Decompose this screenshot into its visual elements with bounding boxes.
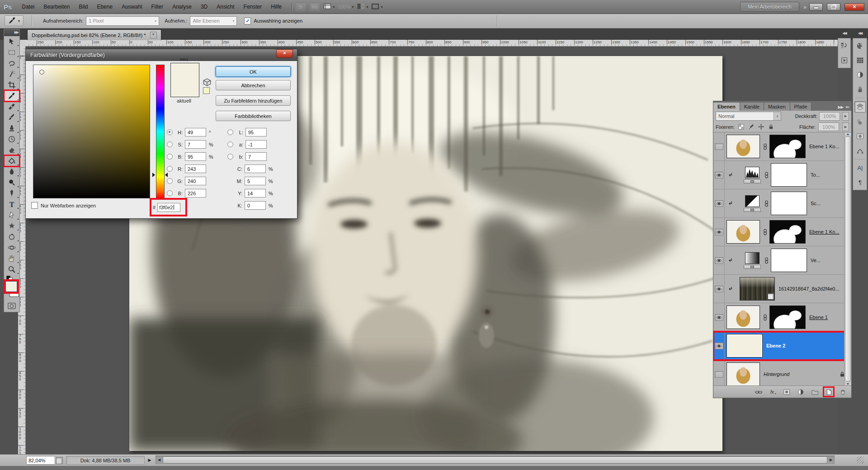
status-zoom-field[interactable]: 82,04% (26, 456, 55, 465)
tool-zoom[interactable] (4, 264, 19, 275)
dock-collapse-icon[interactable]: ◀◀ (853, 28, 867, 38)
field-input-y[interactable]: 14 (245, 189, 266, 197)
tool-path-select[interactable] (4, 210, 19, 221)
menu-filter[interactable]: Filter (147, 1, 168, 12)
masks-panel-button[interactable] (855, 131, 865, 141)
field-input-r[interactable]: 243 (185, 164, 206, 173)
saturation-brightness-field[interactable] (33, 65, 150, 198)
layer-style-button[interactable]: fx (768, 387, 778, 396)
field-input-h[interactable]: 49 (185, 128, 206, 136)
tool-pen[interactable] (4, 188, 19, 199)
tool-magic-wand[interactable] (4, 69, 19, 80)
radio-l[interactable] (227, 129, 233, 135)
restore-button[interactable] (827, 3, 840, 11)
swatches-panel-button[interactable] (855, 55, 865, 66)
link-layers-button[interactable] (754, 387, 764, 396)
tool-eyedropper[interactable] (4, 90, 19, 101)
tooldock-collapse[interactable]: ▶▶ (4, 29, 19, 36)
new-layer-button[interactable] (824, 387, 834, 396)
radio-g[interactable] (167, 178, 173, 184)
tab-ebenen[interactable]: Ebenen (713, 103, 740, 111)
tool-crop[interactable] (4, 80, 19, 90)
history-panel-button[interactable] (839, 41, 849, 51)
field-input-k[interactable]: 0 (245, 201, 266, 210)
dialog-titlebar[interactable]: Farbwähler (Vordergrundfarbe) (26, 49, 297, 61)
opacity-slider-arrow[interactable]: ▶ (842, 112, 849, 121)
layer-thumbnail[interactable] (726, 306, 760, 329)
blend-mode-select[interactable]: Normal▾ (716, 112, 781, 121)
visibility-toggle[interactable] (715, 229, 723, 235)
webcolors-checkbox[interactable] (31, 202, 38, 209)
menu-ansicht[interactable]: Ansicht (212, 1, 239, 12)
show-ring-checkbox[interactable]: ✓ (244, 18, 251, 24)
hue-slider[interactable] (156, 65, 165, 198)
layer-mask-thumbnail[interactable] (769, 306, 806, 329)
tool-clone-stamp[interactable] (4, 123, 19, 134)
tool-custom-shape[interactable] (4, 221, 19, 231)
adjustment-thumbnail[interactable] (743, 167, 761, 183)
layer-name[interactable]: Ebene 1 Ko... (809, 144, 840, 149)
add-layer-mask-button[interactable] (782, 387, 792, 396)
color-panel-button[interactable] (855, 41, 865, 51)
layer-thumbnail[interactable] (726, 362, 760, 385)
hue-marker-left-icon[interactable] (152, 173, 155, 177)
close-button[interactable]: × (844, 3, 864, 11)
fill-value[interactable]: 100% (818, 122, 839, 131)
layer-name[interactable]: Ebene 1 Ko... (809, 229, 840, 235)
visibility-toggle[interactable] (715, 286, 723, 292)
field-input-l[interactable]: 95 (245, 128, 267, 136)
layer-name[interactable]: Ebene 1 (809, 315, 828, 320)
actions-panel-button[interactable] (839, 55, 849, 66)
layer-row-ebene-1[interactable]: Ebene 1 (713, 303, 851, 332)
layer-thumbnail[interactable] (740, 277, 775, 301)
workspace-button[interactable]: Mein Arbeitsbereich (740, 2, 799, 12)
tool-move[interactable] (4, 36, 19, 47)
tool-preset-picker[interactable]: ▾ (5, 15, 24, 26)
lock-position-button[interactable] (757, 123, 765, 131)
adjustment-thumbnail[interactable] (743, 252, 761, 269)
layer-thumbnail[interactable] (726, 135, 760, 158)
field-input-s[interactable]: 7 (185, 140, 206, 149)
layer-mask-thumbnail[interactable] (771, 163, 807, 187)
sample-size-select[interactable]: 1 Pixel▾ (86, 16, 159, 26)
scroll-right-icon[interactable]: ▶ (827, 458, 835, 462)
visibility-toggle[interactable] (715, 200, 723, 207)
brushes-panel-button[interactable] (855, 84, 865, 94)
radio-b[interactable] (227, 154, 233, 160)
tool-rotate-3d[interactable] (4, 231, 19, 242)
lock-transparent-button[interactable] (737, 123, 745, 131)
new-group-button[interactable] (810, 387, 820, 396)
layers-panel-icon-button[interactable] (854, 101, 866, 113)
dialog-button-farbbibliotheken[interactable]: Farbbibliotheken (216, 111, 291, 121)
hex-input[interactable]: f3f0e2 (157, 203, 180, 212)
dialog-button-zu-farbfeldern-hinzuf-gen[interactable]: Zu Farbfeldern hinzufügen (216, 95, 291, 106)
screen-mode-button[interactable]: ▾ (371, 2, 382, 12)
scroll-up-icon[interactable]: ▲ (846, 132, 849, 136)
layer-name[interactable]: 16142918647_8a2d2f4e0... (778, 286, 840, 291)
color-field-marker[interactable] (39, 70, 44, 75)
tab-close-icon[interactable]: × (150, 32, 157, 38)
tool-history-brush[interactable] (4, 134, 19, 145)
layer-name[interactable]: Ve... (811, 258, 821, 263)
field-input-b[interactable]: 7 (245, 152, 267, 161)
web-safe-cube-icon[interactable] (203, 78, 211, 87)
field-input-b[interactable]: 226 (185, 189, 206, 197)
visibility-cell[interactable] (713, 275, 725, 303)
tool-lasso[interactable] (4, 58, 19, 69)
scroll-left-icon[interactable]: ◀ (156, 458, 163, 462)
dialog-button-abbrechen[interactable]: Abbrechen (216, 80, 291, 90)
scroll-down-icon[interactable]: ▼ (846, 382, 849, 385)
layer-row-sc[interactable]: Sc... (713, 189, 851, 218)
layers-scrollbar[interactable]: ▲ ▼ (844, 132, 851, 385)
tool-healing-brush[interactable] (4, 101, 19, 112)
tool-type[interactable]: T (4, 199, 19, 210)
layer-row-to[interactable]: To... (713, 161, 851, 189)
view-extras-button[interactable]: ▾ (323, 2, 335, 12)
layer-name[interactable]: Hintergrund (764, 371, 789, 377)
menu-auswahl[interactable]: Auswahl (117, 1, 146, 12)
arrange-documents-button[interactable]: ▾ (357, 2, 368, 12)
bridge-button[interactable]: Br (295, 3, 306, 11)
character-panel-button[interactable]: A| (855, 163, 865, 173)
layer-row-ve[interactable]: Ve... (713, 246, 851, 275)
tool-eraser[interactable] (4, 145, 19, 155)
